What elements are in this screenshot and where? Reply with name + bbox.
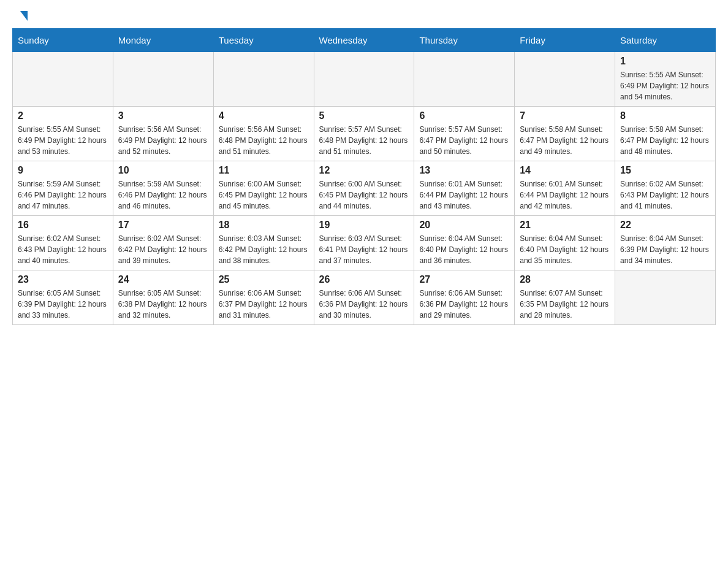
logo	[18, 12, 28, 22]
day-cell: 25Sunrise: 6:06 AM Sunset: 6:37 PM Dayli…	[213, 270, 314, 325]
day-cell: 18Sunrise: 6:03 AM Sunset: 6:42 PM Dayli…	[213, 216, 314, 270]
day-info: Sunrise: 6:02 AM Sunset: 6:43 PM Dayligh…	[18, 233, 108, 266]
day-info: Sunrise: 6:06 AM Sunset: 6:37 PM Dayligh…	[219, 288, 309, 321]
day-cell: 11Sunrise: 6:00 AM Sunset: 6:45 PM Dayli…	[213, 161, 314, 216]
day-cell: 8Sunrise: 5:58 AM Sunset: 6:47 PM Daylig…	[615, 107, 716, 161]
day-info: Sunrise: 6:01 AM Sunset: 6:44 PM Dayligh…	[419, 178, 509, 212]
day-cell: 3Sunrise: 5:56 AM Sunset: 6:49 PM Daylig…	[113, 107, 213, 161]
day-info: Sunrise: 5:57 AM Sunset: 6:47 PM Dayligh…	[419, 124, 509, 157]
day-number: 1	[620, 56, 710, 67]
day-info: Sunrise: 5:59 AM Sunset: 6:46 PM Dayligh…	[18, 178, 108, 212]
day-number: 3	[118, 110, 208, 121]
day-number: 13	[419, 165, 509, 176]
day-info: Sunrise: 5:59 AM Sunset: 6:46 PM Dayligh…	[118, 178, 208, 212]
week-row-2: 2Sunrise: 5:55 AM Sunset: 6:49 PM Daylig…	[13, 107, 716, 161]
day-info: Sunrise: 5:56 AM Sunset: 6:48 PM Dayligh…	[219, 124, 309, 157]
day-cell	[615, 270, 716, 325]
day-number: 27	[419, 274, 509, 285]
day-cell: 12Sunrise: 6:00 AM Sunset: 6:45 PM Dayli…	[314, 161, 414, 216]
day-cell: 22Sunrise: 6:04 AM Sunset: 6:39 PM Dayli…	[615, 216, 716, 270]
header-wednesday: Wednesday	[314, 29, 414, 52]
day-info: Sunrise: 6:03 AM Sunset: 6:41 PM Dayligh…	[319, 233, 409, 266]
day-cell: 9Sunrise: 5:59 AM Sunset: 6:46 PM Daylig…	[13, 161, 113, 216]
day-cell: 19Sunrise: 6:03 AM Sunset: 6:41 PM Dayli…	[314, 216, 414, 270]
day-info: Sunrise: 5:58 AM Sunset: 6:47 PM Dayligh…	[520, 124, 610, 157]
day-number: 17	[118, 220, 208, 231]
day-number: 24	[118, 274, 208, 285]
day-cell	[414, 52, 515, 107]
day-info: Sunrise: 6:07 AM Sunset: 6:35 PM Dayligh…	[520, 288, 610, 321]
day-cell: 21Sunrise: 6:04 AM Sunset: 6:40 PM Dayli…	[515, 216, 615, 270]
day-info: Sunrise: 5:58 AM Sunset: 6:47 PM Dayligh…	[620, 124, 710, 157]
day-number: 7	[520, 110, 610, 121]
day-number: 9	[18, 165, 108, 176]
week-row-5: 23Sunrise: 6:05 AM Sunset: 6:39 PM Dayli…	[13, 270, 716, 325]
week-row-1: 1Sunrise: 5:55 AM Sunset: 6:49 PM Daylig…	[13, 52, 716, 107]
day-cell	[113, 52, 213, 107]
day-cell: 16Sunrise: 6:02 AM Sunset: 6:43 PM Dayli…	[13, 216, 113, 270]
day-number: 19	[319, 220, 409, 231]
day-number: 26	[319, 274, 409, 285]
day-info: Sunrise: 6:02 AM Sunset: 6:42 PM Dayligh…	[118, 233, 208, 266]
day-cell: 28Sunrise: 6:07 AM Sunset: 6:35 PM Dayli…	[515, 270, 615, 325]
day-number: 15	[620, 165, 710, 176]
day-cell: 5Sunrise: 5:57 AM Sunset: 6:48 PM Daylig…	[314, 107, 414, 161]
week-row-4: 16Sunrise: 6:02 AM Sunset: 6:43 PM Dayli…	[13, 216, 716, 270]
day-number: 16	[18, 220, 108, 231]
day-info: Sunrise: 6:04 AM Sunset: 6:39 PM Dayligh…	[620, 233, 710, 266]
day-info: Sunrise: 6:05 AM Sunset: 6:38 PM Dayligh…	[118, 288, 208, 321]
day-info: Sunrise: 6:00 AM Sunset: 6:45 PM Dayligh…	[319, 178, 409, 212]
day-number: 10	[118, 165, 208, 176]
day-number: 11	[219, 165, 309, 176]
day-info: Sunrise: 6:05 AM Sunset: 6:39 PM Dayligh…	[18, 288, 108, 321]
page-header	[0, 0, 728, 28]
header-tuesday: Tuesday	[213, 29, 314, 52]
day-cell: 27Sunrise: 6:06 AM Sunset: 6:36 PM Dayli…	[414, 270, 515, 325]
day-info: Sunrise: 6:04 AM Sunset: 6:40 PM Dayligh…	[419, 233, 509, 266]
day-cell	[515, 52, 615, 107]
day-number: 4	[219, 110, 309, 121]
day-cell: 23Sunrise: 6:05 AM Sunset: 6:39 PM Dayli…	[13, 270, 113, 325]
day-info: Sunrise: 5:56 AM Sunset: 6:49 PM Dayligh…	[118, 124, 208, 157]
day-info: Sunrise: 5:55 AM Sunset: 6:49 PM Dayligh…	[18, 124, 108, 157]
header-saturday: Saturday	[615, 29, 716, 52]
day-cell: 6Sunrise: 5:57 AM Sunset: 6:47 PM Daylig…	[414, 107, 515, 161]
day-info: Sunrise: 6:06 AM Sunset: 6:36 PM Dayligh…	[319, 288, 409, 321]
day-number: 2	[18, 110, 108, 121]
day-cell: 15Sunrise: 6:02 AM Sunset: 6:43 PM Dayli…	[615, 161, 716, 216]
day-number: 25	[219, 274, 309, 285]
day-cell	[213, 52, 314, 107]
day-number: 18	[219, 220, 309, 231]
day-cell: 14Sunrise: 6:01 AM Sunset: 6:44 PM Dayli…	[515, 161, 615, 216]
day-info: Sunrise: 6:03 AM Sunset: 6:42 PM Dayligh…	[219, 233, 309, 266]
day-info: Sunrise: 5:57 AM Sunset: 6:48 PM Dayligh…	[319, 124, 409, 157]
day-cell	[13, 52, 113, 107]
day-number: 20	[419, 220, 509, 231]
day-cell: 24Sunrise: 6:05 AM Sunset: 6:38 PM Dayli…	[113, 270, 213, 325]
logo-arrow-icon	[20, 11, 28, 21]
day-cell: 2Sunrise: 5:55 AM Sunset: 6:49 PM Daylig…	[13, 107, 113, 161]
day-number: 23	[18, 274, 108, 285]
day-cell: 10Sunrise: 5:59 AM Sunset: 6:46 PM Dayli…	[113, 161, 213, 216]
day-info: Sunrise: 6:06 AM Sunset: 6:36 PM Dayligh…	[419, 288, 509, 321]
day-cell	[314, 52, 414, 107]
day-cell: 4Sunrise: 5:56 AM Sunset: 6:48 PM Daylig…	[213, 107, 314, 161]
day-number: 28	[520, 274, 610, 285]
day-cell: 7Sunrise: 5:58 AM Sunset: 6:47 PM Daylig…	[515, 107, 615, 161]
week-row-3: 9Sunrise: 5:59 AM Sunset: 6:46 PM Daylig…	[13, 161, 716, 216]
day-cell: 1Sunrise: 5:55 AM Sunset: 6:49 PM Daylig…	[615, 52, 716, 107]
header-friday: Friday	[515, 29, 615, 52]
day-info: Sunrise: 6:02 AM Sunset: 6:43 PM Dayligh…	[620, 178, 710, 212]
day-number: 21	[520, 220, 610, 231]
header-monday: Monday	[113, 29, 213, 52]
calendar-header-row: SundayMondayTuesdayWednesdayThursdayFrid…	[13, 29, 716, 52]
day-number: 6	[419, 110, 509, 121]
day-info: Sunrise: 5:55 AM Sunset: 6:49 PM Dayligh…	[620, 69, 710, 102]
day-cell: 17Sunrise: 6:02 AM Sunset: 6:42 PM Dayli…	[113, 216, 213, 270]
day-number: 14	[520, 165, 610, 176]
calendar-table: SundayMondayTuesdayWednesdayThursdayFrid…	[12, 28, 716, 325]
day-cell: 20Sunrise: 6:04 AM Sunset: 6:40 PM Dayli…	[414, 216, 515, 270]
day-number: 22	[620, 220, 710, 231]
day-number: 12	[319, 165, 409, 176]
day-info: Sunrise: 6:01 AM Sunset: 6:44 PM Dayligh…	[520, 178, 610, 212]
